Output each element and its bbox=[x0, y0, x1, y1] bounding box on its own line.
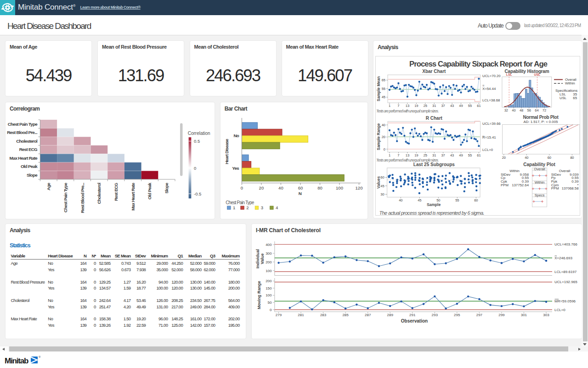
svg-text:1: 1 bbox=[389, 153, 390, 157]
svg-text:0.743: 0.743 bbox=[121, 261, 131, 266]
svg-text:Median: Median bbox=[188, 253, 202, 258]
svg-text:4: 4 bbox=[276, 205, 278, 210]
svg-text:Yes: Yes bbox=[48, 267, 54, 272]
svg-text:Rest Blood Pre...: Rest Blood Pre... bbox=[7, 130, 38, 135]
svg-text:195.00: 195.00 bbox=[228, 323, 240, 328]
svg-text:LCL=38.68: LCL=38.68 bbox=[482, 98, 500, 102]
svg-text:55: 55 bbox=[468, 153, 472, 157]
svg-text:172.00: 172.00 bbox=[204, 316, 215, 321]
svg-text:Capability Plot: Capability Plot bbox=[523, 162, 555, 167]
svg-text:200: 200 bbox=[266, 279, 272, 283]
svg-text:145.00: 145.00 bbox=[204, 285, 215, 290]
svg-text:Overall: Overall bbox=[534, 167, 545, 171]
svg-text:Rest Blood Pressure: Rest Blood Pressure bbox=[11, 279, 45, 284]
svg-text:120.00: 120.00 bbox=[171, 279, 183, 284]
svg-text:52.000: 52.000 bbox=[171, 267, 183, 272]
svg-text:Mean: Mean bbox=[101, 253, 111, 258]
svg-text:80: 80 bbox=[317, 185, 322, 190]
svg-text:40: 40 bbox=[382, 123, 385, 127]
svg-text:3: 3 bbox=[260, 205, 263, 210]
svg-text:UCL=403.766: UCL=403.766 bbox=[554, 242, 577, 246]
svg-text:22.59: 22.59 bbox=[136, 323, 146, 328]
svg-text:285: 285 bbox=[342, 313, 349, 317]
svg-text:Cholesterol: Cholesterol bbox=[16, 138, 38, 143]
svg-text:-0.5: -0.5 bbox=[194, 191, 201, 196]
svg-text:53.46: 53.46 bbox=[136, 298, 146, 303]
svg-text:Q3: Q3 bbox=[210, 253, 215, 258]
svg-text:X=246.693: X=246.693 bbox=[554, 256, 572, 260]
svg-text:0: 0 bbox=[94, 285, 96, 290]
svg-text:94.00: 94.00 bbox=[158, 279, 168, 284]
svg-text:1: 1 bbox=[389, 104, 390, 108]
svg-text:Individual: Individual bbox=[255, 249, 260, 268]
svg-text:65: 65 bbox=[382, 78, 385, 82]
svg-text:Yes: Yes bbox=[232, 165, 239, 170]
svg-text:148.25: 148.25 bbox=[171, 316, 183, 321]
svg-text:No: No bbox=[233, 133, 239, 138]
svg-text:44.250: 44.250 bbox=[171, 261, 183, 266]
svg-text:72: 72 bbox=[543, 108, 546, 112]
svg-text:140.00: 140.00 bbox=[204, 279, 215, 284]
svg-text:USL: USL bbox=[560, 96, 567, 100]
svg-text:60: 60 bbox=[298, 185, 303, 190]
svg-text:281: 281 bbox=[298, 313, 304, 317]
svg-text:0: 0 bbox=[270, 308, 272, 312]
svg-text:49.49: 49.49 bbox=[136, 304, 146, 309]
svg-text:0: 0 bbox=[94, 316, 96, 321]
svg-text:40: 40 bbox=[278, 185, 283, 190]
svg-text:LCL=89.6197: LCL=89.6197 bbox=[554, 270, 577, 274]
svg-text:No: No bbox=[48, 316, 53, 321]
svg-text:Heart Disease: Heart Disease bbox=[224, 138, 229, 164]
svg-text:249.00: 249.00 bbox=[190, 304, 202, 309]
svg-text:65: 65 bbox=[573, 96, 577, 100]
svg-text:164: 164 bbox=[80, 261, 86, 266]
svg-text:100: 100 bbox=[266, 293, 272, 297]
svg-text:0: 0 bbox=[94, 279, 96, 284]
svg-text:Max Heart Rate: Max Heart Rate bbox=[11, 316, 37, 321]
svg-text:Slope: Slope bbox=[164, 182, 169, 193]
svg-text:45: 45 bbox=[380, 184, 384, 188]
svg-text:Yes: Yes bbox=[48, 304, 54, 309]
svg-text:13: 13 bbox=[406, 104, 409, 108]
svg-text:61: 61 bbox=[477, 104, 481, 108]
svg-text:Sample: Sample bbox=[427, 202, 441, 206]
svg-text:20: 20 bbox=[259, 185, 264, 190]
svg-text:0.5: 0.5 bbox=[194, 138, 200, 143]
svg-text:1.50: 1.50 bbox=[124, 316, 131, 321]
svg-text:291: 291 bbox=[409, 313, 416, 317]
svg-text:Heart Disease: Heart Disease bbox=[48, 253, 73, 258]
svg-text:Values: Values bbox=[376, 176, 381, 188]
svg-text:120.00: 120.00 bbox=[171, 285, 183, 290]
svg-text:267.75: 267.75 bbox=[204, 298, 215, 303]
svg-text:234.50: 234.50 bbox=[190, 298, 202, 303]
svg-text:100: 100 bbox=[336, 185, 343, 190]
svg-text:126.00: 126.00 bbox=[156, 298, 168, 303]
svg-text:37: 37 bbox=[441, 153, 445, 157]
svg-text:48: 48 bbox=[520, 108, 523, 112]
svg-text:25: 25 bbox=[424, 104, 427, 108]
svg-text:301: 301 bbox=[521, 313, 527, 317]
svg-text:Q1: Q1 bbox=[178, 253, 184, 258]
svg-text:60: 60 bbox=[380, 175, 384, 179]
svg-text:Age: Age bbox=[46, 182, 51, 190]
svg-text:49: 49 bbox=[459, 104, 463, 108]
svg-text:164: 164 bbox=[80, 279, 86, 284]
svg-text:StDev: StDev bbox=[135, 253, 147, 258]
svg-text:131.00: 131.00 bbox=[156, 304, 168, 309]
svg-text:37: 37 bbox=[441, 104, 445, 108]
svg-text:13: 13 bbox=[406, 153, 409, 157]
svg-text:Cholesterol: Cholesterol bbox=[96, 182, 102, 204]
svg-text:19: 19 bbox=[414, 153, 418, 157]
svg-text:1: 1 bbox=[233, 205, 235, 210]
svg-text:2: 2 bbox=[246, 205, 249, 210]
svg-text:55: 55 bbox=[468, 104, 472, 108]
svg-text:9.512: 9.512 bbox=[136, 261, 146, 266]
svg-text:Tests are performed with unequ: Tests are performed with unequal sample … bbox=[376, 109, 439, 113]
svg-text:64: 64 bbox=[535, 108, 538, 112]
svg-text:7: 7 bbox=[397, 153, 399, 157]
svg-text:20: 20 bbox=[502, 155, 506, 159]
svg-text:71.00: 71.00 bbox=[158, 323, 168, 328]
svg-text:29.000: 29.000 bbox=[156, 261, 168, 266]
svg-text:Within: Within bbox=[535, 180, 545, 184]
svg-text:293: 293 bbox=[432, 313, 438, 317]
